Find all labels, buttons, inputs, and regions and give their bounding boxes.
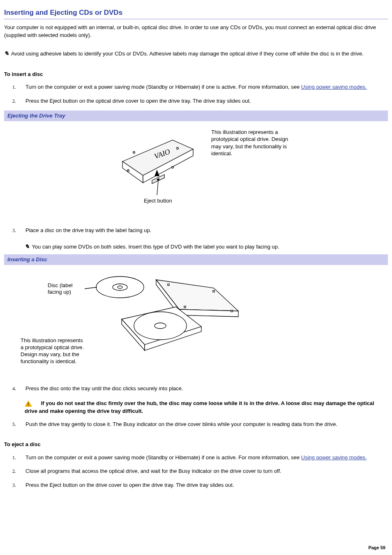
warning-icon [25,401,32,407]
svg-line-27 [85,287,97,289]
figure-caption-text: This illustration represents a prototypi… [211,129,297,157]
svg-point-26 [118,286,122,288]
intro-paragraph: Your computer is not equipped with an in… [4,23,388,39]
step-text: Turn on the computer or exit a power sav… [25,454,301,461]
insert-steps-list-cont3: 5. Push the drive tray gently to close i… [4,420,388,428]
fig2-caption-l1: This illustration represents [21,337,83,343]
fig2-caption-l3: Design may vary, but the [21,351,79,357]
step-text: Push the drive tray gently to close it. … [25,421,337,427]
label-eject-button: Eject button [144,198,172,204]
svg-point-23 [154,323,166,329]
link-power-saving-modes[interactable]: Using power saving modes. [301,454,367,461]
note-icon: ✎ [4,49,9,58]
svg-rect-6 [171,166,173,168]
note-adhesive-labels: ✎ Avoid using adhesive labels to identif… [4,49,388,58]
svg-rect-18 [231,310,233,312]
step-number: 1. [12,454,16,461]
warning-text: If you do not seat the disc firmly over … [25,400,374,415]
link-power-saving-modes[interactable]: Using power saving modes. [301,84,367,90]
svg-rect-15 [168,284,169,286]
insert-steps-list-cont: 3. Place a disc on the drive tray with t… [4,226,388,235]
drive-illustration-insert: Disc (label facing up) This illustration… [21,269,251,372]
step-number: 1. [12,83,16,91]
step-text: Close all programs that access the optic… [25,468,281,474]
eject-step-1: 1. Turn on the computer or exit a power … [25,454,388,462]
heading-to-insert: To insert a disc [4,70,388,78]
insert-step-4: 4. Press the disc onto the tray until th… [25,385,388,393]
insert-steps-list-cont2: 4. Press the disc onto the tray until th… [4,385,388,393]
svg-rect-4 [127,169,129,171]
label-disc-line2: facing up) [48,289,71,295]
step-number: 4. [12,385,16,392]
svg-line-11 [157,181,158,195]
step-number: 3. [12,481,16,489]
insert-step-1: 1. Turn on the computer or exit a power … [25,83,388,91]
figure-ejecting-tray: VAIO Eject button This illustration repr… [4,121,388,222]
step-number: 2. [12,467,16,475]
heading-to-eject: To eject a disc [4,440,388,449]
note-text: You can play some DVDs on both sides. In… [32,244,279,250]
warning-seat-disc: If you do not seat the disc firmly over … [25,399,388,415]
step-number: 2. [12,97,16,105]
step-number: 5. [12,421,16,428]
note-text: Avoid using adhesive labels to identify … [11,51,364,57]
eject-step-2: 2. Close all programs that access the op… [25,467,388,475]
note-icon: ✎ [25,242,30,251]
caption-ejecting-tray: Ejecting the Drive Tray [4,111,388,121]
page-title: Inserting and Ejecting CDs or DVDs [4,7,388,19]
caption-inserting-disc: Inserting a Disc [4,254,388,265]
eject-steps-list: 1. Turn on the computer or exit a power … [4,454,388,489]
step-text: Press the Eject button on the drive cove… [25,482,234,488]
label-disc-line1: Disc (label [48,282,73,288]
step-number: 3. [12,227,16,234]
eject-step-3: 3. Press the Eject button on the drive c… [25,481,388,489]
drive-illustration-eject: VAIO Eject button [111,125,201,216]
insert-step-2: 2. Press the Eject button on the optical… [25,97,388,105]
insert-steps-list: 1. Turn on the computer or exit a power … [4,83,388,105]
svg-rect-5 [176,147,178,149]
note-dvd-both-sides: ✎ You can play some DVDs on both sides. … [25,242,388,251]
insert-step-5: 5. Push the drive tray gently to close i… [25,420,388,428]
svg-rect-3 [133,151,135,153]
step-text: Press the disc onto the tray until the d… [25,385,183,391]
insert-step-3: 3. Place a disc on the drive tray with t… [25,226,388,235]
step-text: Turn on the computer or exit a power sav… [25,84,301,90]
svg-rect-17 [184,306,186,308]
svg-rect-16 [213,290,214,292]
figure-inserting-disc: Disc (label facing up) This illustration… [4,265,388,381]
step-text: Place a disc on the drive tray with the … [25,227,151,233]
fig2-caption-l2: a prototypical optical drive. [21,344,84,350]
step-text: Press the Eject button on the optical dr… [25,98,251,104]
fig2-caption-l4: functionality is identical. [21,358,77,364]
